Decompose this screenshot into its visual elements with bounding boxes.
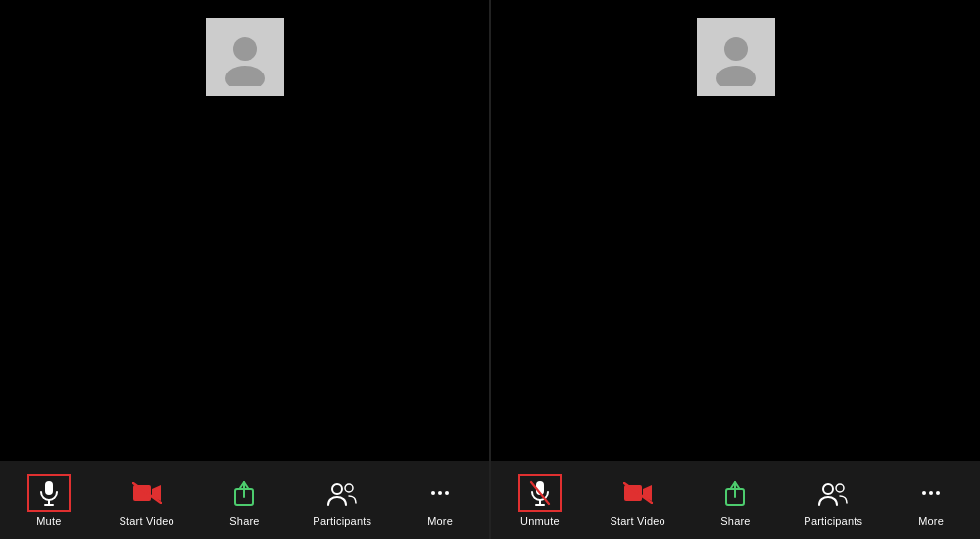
left-panel: Mute Start Video Share (0, 0, 489, 539)
svg-point-24 (836, 484, 844, 492)
svg-rect-2 (45, 481, 53, 495)
participants-label-left: Participants (313, 515, 371, 527)
left-avatar (206, 18, 284, 96)
svg-point-1 (225, 66, 265, 86)
share-button-left[interactable]: Share (210, 474, 278, 527)
more-label-right: More (918, 515, 944, 527)
more-button-right[interactable]: More (897, 474, 965, 527)
more-dots-right (922, 491, 940, 495)
start-video-button-right[interactable]: Start Video (604, 474, 672, 527)
share-label-left: Share (229, 515, 259, 527)
svg-point-13 (716, 66, 756, 86)
participants-button-left[interactable]: Participants (308, 474, 376, 527)
left-toolbar: Mute Start Video Share (0, 461, 489, 539)
share-icon-box-right (713, 474, 757, 512)
share-icon-left (232, 479, 256, 507)
share-icon-right (723, 479, 747, 507)
more-icon-box-right (909, 474, 953, 512)
share-button-right[interactable]: Share (701, 474, 769, 527)
svg-point-11 (345, 484, 353, 492)
more-icon-box-left (418, 474, 462, 512)
svg-point-10 (332, 484, 342, 494)
start-video-label-left: Start Video (119, 515, 173, 527)
participants-icon-right (818, 480, 848, 506)
share-label-right: Share (720, 515, 750, 527)
unmute-icon-box (518, 474, 562, 512)
mic-muted-icon (529, 480, 551, 506)
mic-icon (38, 480, 60, 506)
more-dots-left (431, 491, 449, 495)
right-toolbar: Unmute Start Video Share (491, 461, 980, 539)
participants-icon-box-right (811, 474, 855, 512)
start-video-button-left[interactable]: Start Video (113, 474, 181, 527)
right-video-area (491, 0, 980, 461)
participants-button-right[interactable]: Participants (799, 474, 867, 527)
more-label-left: More (427, 515, 453, 527)
participants-icon-box-left (320, 474, 364, 512)
start-video-label-right: Start Video (610, 515, 664, 527)
participants-label-right: Participants (804, 515, 862, 527)
video-off-icon-left (132, 482, 162, 504)
more-button-left[interactable]: More (406, 474, 474, 527)
unmute-label: Unmute (520, 515, 560, 527)
svg-point-12 (724, 37, 748, 61)
video-icon-box-left (125, 474, 169, 512)
video-icon-box-right (616, 474, 660, 512)
mute-button[interactable]: Mute (15, 474, 83, 527)
right-avatar (697, 18, 775, 96)
mute-label: Mute (36, 515, 61, 527)
svg-point-0 (233, 37, 257, 61)
video-off-icon-right (623, 482, 653, 504)
participants-icon-left (327, 480, 357, 506)
right-panel: Unmute Start Video Share (491, 0, 980, 539)
unmute-button[interactable]: Unmute (506, 474, 574, 527)
mute-icon-box (27, 474, 71, 512)
left-video-area (0, 0, 489, 461)
svg-point-23 (823, 484, 833, 494)
share-icon-box-left (222, 474, 266, 512)
